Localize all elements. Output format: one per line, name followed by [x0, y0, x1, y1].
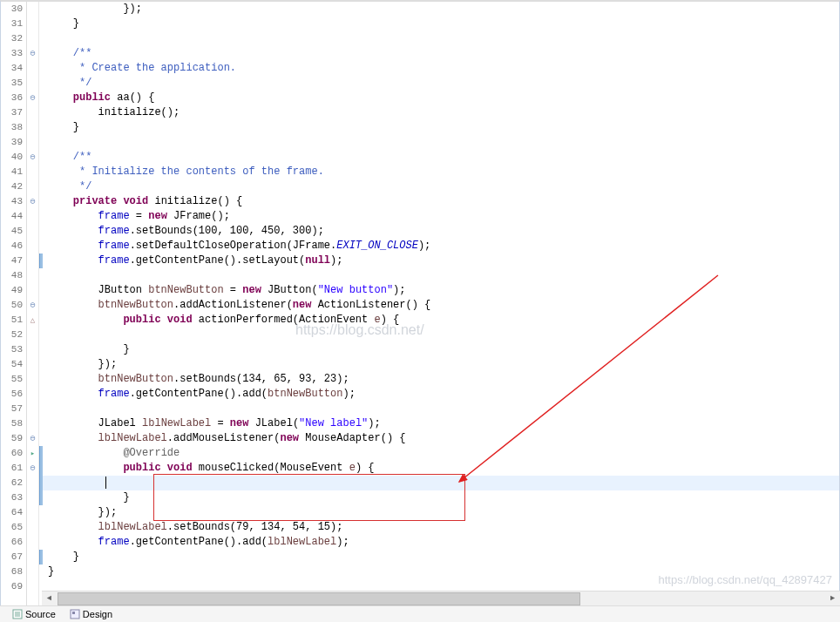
fold-toggle [27, 61, 38, 76]
code-line[interactable]: lblNewLabel.addMouseListener(new MouseAd… [43, 431, 839, 446]
line-number: 48 [1, 268, 23, 283]
fold-column[interactable]: ⊖⊖⊖⊖⊖△⊖▸⊖ [27, 2, 39, 605]
fold-toggle[interactable]: ⊖ [27, 150, 38, 165]
code-line[interactable]: public void actionPerformed(ActionEvent … [43, 313, 839, 328]
source-icon [12, 609, 23, 619]
code-line[interactable]: * Initialize the contents of the frame. [43, 165, 839, 179]
line-number: 41 [1, 165, 23, 179]
line-number: 44 [1, 209, 23, 224]
line-number: 34 [1, 61, 23, 76]
code-line[interactable]: public void mouseClicked(MouseEvent e) { [43, 461, 839, 476]
line-number-gutter: 3031323334353637383940414243444546474849… [1, 2, 27, 605]
fold-toggle[interactable]: ⊖ [27, 46, 38, 61]
code-line[interactable]: frame.getContentPane().add(btnNewButton)… [43, 387, 839, 402]
line-number: 66 [1, 535, 23, 550]
code-line[interactable]: JLabel lblNewLabel = new JLabel("New lab… [43, 416, 839, 431]
code-line[interactable]: } [43, 17, 839, 31]
fold-toggle [27, 2, 38, 17]
code-line[interactable] [43, 268, 839, 283]
line-number: 60 [1, 446, 23, 461]
code-line[interactable] [43, 402, 839, 416]
code-line[interactable]: public aa() { [43, 91, 839, 105]
fold-toggle [27, 565, 38, 579]
tab-source-label: Source [25, 609, 56, 619]
tab-source[interactable]: Source [5, 608, 63, 620]
line-number: 50 [1, 298, 23, 313]
code-line[interactable]: frame.setBounds(100, 100, 450, 300); [43, 224, 839, 239]
line-number: 30 [1, 2, 23, 17]
fold-toggle [27, 372, 38, 387]
fold-toggle[interactable]: ⊖ [27, 91, 38, 105]
fold-toggle [27, 179, 38, 194]
code-line[interactable]: } [43, 490, 839, 505]
horizontal-scrollbar[interactable]: ◄ ► [42, 591, 840, 605]
code-line[interactable]: }); [43, 2, 839, 17]
fold-toggle [27, 283, 38, 298]
svg-rect-7 [72, 612, 75, 614]
fold-toggle [27, 402, 38, 416]
scroll-right-button[interactable]: ► [825, 592, 840, 606]
fold-toggle [27, 254, 38, 268]
code-line[interactable]: */ [43, 76, 839, 91]
fold-toggle[interactable]: ⊖ [27, 194, 38, 209]
code-line[interactable]: frame.getContentPane().setLayout(null); [43, 254, 839, 268]
fold-toggle[interactable]: ⊖ [27, 461, 38, 476]
line-number: 65 [1, 520, 23, 535]
code-line[interactable]: initialize(); [43, 105, 839, 120]
line-number: 47 [1, 254, 23, 268]
line-number: 56 [1, 387, 23, 402]
line-number: 31 [1, 17, 23, 31]
fold-toggle[interactable]: △ [27, 313, 38, 328]
fold-toggle [27, 165, 38, 179]
fold-toggle [27, 342, 38, 357]
code-line[interactable] [43, 328, 839, 342]
code-line[interactable]: JButton btnNewButton = new JButton("New … [43, 283, 839, 298]
line-number: 63 [1, 490, 23, 505]
code-line[interactable]: } [43, 565, 839, 579]
fold-toggle [27, 17, 38, 31]
code-line[interactable]: } [43, 550, 839, 565]
fold-toggle [27, 357, 38, 372]
line-number: 39 [1, 135, 23, 150]
fold-toggle [27, 505, 38, 520]
line-number: 49 [1, 283, 23, 298]
code-line[interactable]: @Override [43, 446, 839, 461]
line-number: 51 [1, 313, 23, 328]
fold-toggle [27, 31, 38, 46]
tab-design[interactable]: Design [63, 608, 119, 620]
text-cursor [105, 477, 106, 489]
code-line[interactable]: */ [43, 179, 839, 194]
fold-toggle [27, 416, 38, 431]
code-line[interactable]: } [43, 120, 839, 135]
fold-toggle [27, 135, 38, 150]
scrollbar-thumb[interactable] [58, 592, 580, 605]
code-editor[interactable]: 3031323334353637383940414243444546474849… [0, 0, 840, 605]
line-number: 69 [1, 579, 23, 594]
code-line[interactable] [43, 476, 839, 490]
code-line[interactable]: frame = new JFrame(); [43, 209, 839, 224]
code-line[interactable]: * Create the application. [43, 61, 839, 76]
line-number: 55 [1, 372, 23, 387]
fold-toggle [27, 476, 38, 490]
code-line[interactable]: /** [43, 150, 839, 165]
code-line[interactable] [43, 31, 839, 46]
fold-toggle[interactable]: ⊖ [27, 431, 38, 446]
code-line[interactable]: frame.getContentPane().add(lblNewLabel); [43, 535, 839, 550]
code-line[interactable] [43, 135, 839, 150]
code-lines[interactable]: }); } /** * Create the application. */ p… [43, 2, 839, 594]
code-line[interactable]: frame.setDefaultCloseOperation(JFrame.EX… [43, 239, 839, 254]
code-line[interactable]: } [43, 342, 839, 357]
fold-toggle [27, 490, 38, 505]
fold-toggle [27, 387, 38, 402]
code-line[interactable]: }); [43, 505, 839, 520]
code-line[interactable]: /** [43, 46, 839, 61]
code-line[interactable]: }); [43, 357, 839, 372]
code-line[interactable]: btnNewButton.setBounds(134, 65, 93, 23); [43, 372, 839, 387]
code-line[interactable]: private void initialize() { [43, 194, 839, 209]
line-number: 46 [1, 239, 23, 254]
code-line[interactable]: lblNewLabel.setBounds(79, 134, 54, 15); [43, 520, 839, 535]
scroll-left-button[interactable]: ◄ [42, 592, 57, 606]
fold-toggle[interactable]: ⊖ [27, 298, 38, 313]
code-line[interactable]: btnNewButton.addActionListener(new Actio… [43, 298, 839, 313]
code-area[interactable]: }); } /** * Create the application. */ p… [43, 2, 839, 605]
